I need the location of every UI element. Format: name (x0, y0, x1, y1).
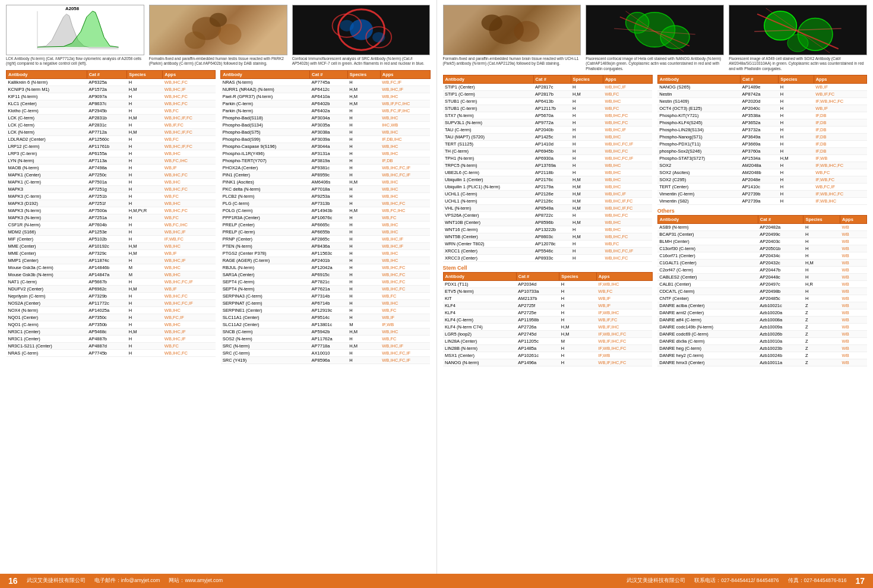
table-cell: SOX2 (657, 162, 740, 169)
table-cell: AP7113a (87, 157, 127, 164)
table-cell: SERPINA3 (C-term) (221, 292, 310, 299)
table-cell: H (347, 242, 380, 249)
svg-point-5 (218, 24, 241, 45)
table-row: Phospho-Bad(S75)AP3038aHWB,IHC (221, 128, 430, 135)
table-cell: H (127, 178, 163, 185)
table-row: STIP1 (Center)AP2817cHWB,IHC,IF (443, 84, 652, 91)
table-cell: WB,IHC,IF (603, 84, 652, 91)
table-row: LIN28B (N-term)AP1485aHIF,WB,IHC,FC (443, 345, 652, 352)
table-cell: LRP3 (C-term) (7, 150, 87, 157)
table-cell: AP14846b (87, 264, 127, 271)
table-cell: WB,IHC,IF (163, 257, 216, 264)
table-row: Phospho-Caspase 9(S196)AP3044aHWB,IHC (221, 143, 430, 150)
table-cell: LYN (N-term) (7, 157, 87, 164)
table-cell: WB (840, 260, 867, 267)
table-cell: TAU (MAPT) (S720) (443, 134, 533, 141)
table-cell: Kallikrein 6 (N-term) (7, 78, 87, 86)
table-cell: H (347, 192, 380, 200)
table-cell: DANRE hey2 (C-term) (657, 352, 758, 359)
table-cell: WB,IHC (603, 176, 652, 184)
table-cell: AP7712a (87, 128, 127, 135)
table-row: SEPT4 (C-term)AP7821cHWB,IHC,FC (221, 278, 430, 285)
rcol-apps-1: Apps (603, 75, 652, 84)
table-cell: H (347, 200, 380, 207)
table-cell: WB,IHC,IF (380, 86, 430, 93)
table-cell: WB,FC (380, 214, 430, 221)
table-cell: STIP1 (C-term) (443, 91, 533, 98)
table-cell: Azb10009a (758, 324, 804, 331)
table-cell: SEPT4 (C-term) (221, 278, 310, 285)
table-cell: AP3649a (741, 134, 779, 141)
table-cell: AP20448c (758, 274, 804, 281)
rcol-antibody-1: Antibody (443, 75, 533, 84)
table-cell: IF,DB (814, 112, 866, 119)
table-cell: WB,FC (163, 342, 216, 349)
table-cell: H (804, 295, 840, 302)
right-page-number: 17 (855, 576, 865, 586)
ocol-apps: Apps (840, 216, 867, 224)
table-cell: WB,IF (380, 314, 430, 321)
table-row: PRNP (Center)AP2865cHWB,IHC,IF (221, 235, 430, 242)
table-cell: CNTF (Center) (657, 295, 758, 302)
table-cell: WB,IHC (163, 178, 216, 185)
table-cell: H (127, 335, 163, 342)
table-cell: H (571, 98, 603, 105)
table-row: POLG (C-term)AP14943bH,MWB,FC,IHC (221, 207, 430, 214)
table-cell: WB,IHC,IF (603, 191, 652, 198)
table-cell: H,M (127, 128, 163, 135)
table-cell: H,M (347, 100, 380, 107)
table-row: STUB1 (C-term)AP12117bHWB,FC (443, 105, 652, 112)
table-cell: H (571, 155, 603, 162)
table-cell: H,R (804, 281, 840, 288)
table-cell: WB,IHC (603, 162, 652, 169)
table-cell: AP11874c (87, 257, 127, 264)
table-cell: AP3760a (741, 148, 779, 155)
table-cell: WB,IHC,FC (163, 349, 216, 356)
table-cell: AP2865c (310, 235, 348, 242)
table-cell: H (804, 274, 840, 281)
table-cell: AP8596a (310, 356, 348, 363)
table-cell: AP2176c (533, 176, 571, 184)
table-cell: WB,IHC,FC (603, 148, 652, 155)
table-cell: Z (804, 345, 840, 352)
table-cell: Neprilysin (C-term) (7, 292, 87, 299)
table-cell: WB,IHC (603, 226, 652, 233)
table-cell: DANRE heg (C-term) (657, 345, 758, 352)
table-row: TPH1 (N-term)AP6930aHWB,IHC,FC,IF (443, 155, 652, 162)
table-cell: NAT1 (C-term) (7, 278, 87, 285)
table-cell: KLC1 (Center) (7, 100, 87, 107)
table-cell: H (559, 359, 597, 366)
table-row: SOX2 (Ascites)AM2048bHWB,FC (657, 169, 866, 176)
table-cell: H (571, 148, 603, 155)
table-cell: RAGE (AGER) (C-term) (221, 257, 310, 264)
table-cell: WB (840, 359, 867, 366)
table-cell: AP3538a (741, 112, 779, 119)
table-cell: WB,IHC,FC (163, 292, 216, 299)
table-row: Mouse Gsk3a (C-term)AP14846bMWB,IHC (7, 264, 216, 271)
right-img-3: Fluorescent image of A549 cell stained w… (729, 5, 867, 71)
table-row: CALB1 (Center)AP20497cH,RWB (657, 281, 866, 288)
table-cell: AP13769a (533, 162, 571, 169)
table-cell: WB,IHC,IF (163, 335, 216, 342)
table-cell: WB,IF,IHC (596, 324, 652, 331)
table-cell: H,M,Pr,R (127, 207, 163, 214)
table-cell: AP2817c (533, 84, 571, 91)
table-row: Vimentin (C-term)AP2739bHIF,WB,IHC,FC (657, 191, 866, 198)
table-cell: H,M (571, 191, 603, 198)
table-cell: H (127, 214, 163, 221)
table-cell: PPP1R3A (Center) (221, 214, 310, 221)
table-cell: STIP1 (Center) (443, 84, 533, 91)
table-cell: Ubiquilin 1 (Center) (443, 176, 533, 184)
table-cell: KLF4 (C-term) (443, 317, 516, 324)
table-cell: Z (804, 309, 840, 317)
table-cell: MIF (Center) (7, 235, 87, 242)
table-cell: AP5546c (533, 248, 571, 255)
table-row: SLC11A1 (Center)AP9514cHWB,IF (221, 314, 430, 321)
table-row: DANRE arnt2 (Center)Azb10020aZWB (657, 309, 866, 317)
table-cell: AP7329b (87, 292, 127, 299)
table-cell: AP1485a (516, 345, 559, 352)
table-cell: H (571, 141, 603, 148)
table-cell: H,M (571, 219, 603, 226)
table-cell: AP2945b (87, 107, 127, 114)
table-cell: H (571, 212, 603, 219)
